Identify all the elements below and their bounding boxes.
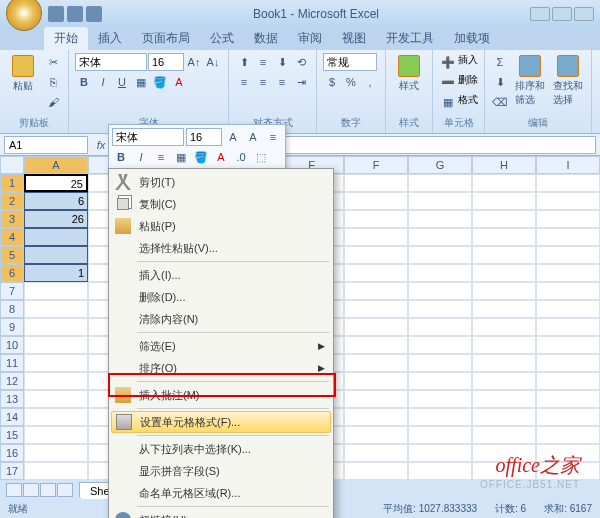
cell[interactable] [344,228,408,246]
row-header[interactable]: 16 [0,444,24,462]
mini-size-combo[interactable]: 16 [186,128,222,146]
office-button[interactable] [6,0,42,31]
context-menu-item[interactable]: 清除内容(N) [111,308,331,330]
cell[interactable] [408,462,472,480]
cell[interactable] [408,264,472,282]
cell[interactable] [536,408,600,426]
mini-font-combo[interactable]: 宋体 [112,128,184,146]
fill-color-button[interactable]: 🪣 [151,73,169,91]
cells-delete-button[interactable]: ➖ [439,73,457,91]
underline-button[interactable]: U [113,73,131,91]
cell[interactable] [472,282,536,300]
cell[interactable] [536,210,600,228]
cell[interactable] [536,300,600,318]
indent-button[interactable]: ⇥ [292,73,310,91]
fill-button[interactable]: ⬇ [491,73,509,91]
row-header[interactable]: 17 [0,462,24,480]
cell[interactable] [536,318,600,336]
sheet-nav-next[interactable] [40,483,56,497]
cell[interactable] [536,390,600,408]
cell[interactable] [472,462,536,480]
cell[interactable] [344,282,408,300]
font-size-combo[interactable]: 16 [148,53,184,71]
grow-font-button[interactable]: A↑ [185,53,203,71]
cell[interactable] [536,264,600,282]
cell[interactable] [472,300,536,318]
cell[interactable] [24,282,88,300]
currency-button[interactable]: $ [323,73,341,91]
font-name-combo[interactable]: 宋体 [75,53,147,71]
mini-italic[interactable]: I [132,148,150,166]
cell[interactable] [536,444,600,462]
cell[interactable] [24,300,88,318]
cell[interactable] [536,354,600,372]
tab-home[interactable]: 开始 [44,27,88,50]
cell[interactable] [344,426,408,444]
autosum-button[interactable]: Σ [491,53,509,71]
context-menu-item[interactable]: 从下拉列表中选择(K)... [111,438,331,460]
mini-grow-font[interactable]: A [224,128,242,146]
context-menu-item[interactable]: 排序(O)▶ [111,357,331,379]
cell[interactable] [344,264,408,282]
row-header[interactable]: 8 [0,300,24,318]
cell[interactable] [536,426,600,444]
cell[interactable] [408,246,472,264]
number-format-combo[interactable]: 常规 [323,53,377,71]
cell[interactable] [408,408,472,426]
row-header[interactable]: 1 [0,174,24,192]
mini-font-color[interactable]: A [212,148,230,166]
cell[interactable] [408,354,472,372]
find-select-button[interactable]: 查找和选择 [551,53,585,109]
cell[interactable] [408,372,472,390]
tab-insert[interactable]: 插入 [88,27,132,50]
cell[interactable] [344,372,408,390]
cell[interactable] [408,174,472,192]
cell[interactable]: 6 [24,192,88,210]
cell[interactable] [24,318,88,336]
comma-button[interactable]: , [361,73,379,91]
format-painter-button[interactable]: 🖌 [44,93,62,111]
mini-border[interactable]: ▦ [172,148,190,166]
row-header[interactable]: 3 [0,210,24,228]
clear-button[interactable]: ⌫ [491,93,509,111]
name-box[interactable]: A1 [4,136,88,154]
font-color-button[interactable]: A [170,73,188,91]
tab-data[interactable]: 数据 [244,27,288,50]
cell[interactable] [472,228,536,246]
cell[interactable] [408,426,472,444]
cell[interactable] [344,210,408,228]
cells-format-button[interactable]: ▦ [439,93,457,111]
tab-layout[interactable]: 页面布局 [132,27,200,50]
cell[interactable] [472,336,536,354]
row-header[interactable]: 15 [0,426,24,444]
cell[interactable] [344,390,408,408]
sheet-nav-first[interactable] [6,483,22,497]
cell[interactable] [408,282,472,300]
cell[interactable] [344,318,408,336]
mini-fill[interactable]: 🪣 [192,148,210,166]
cell[interactable] [472,426,536,444]
mini-style[interactable]: ≡ [264,128,282,146]
tab-view[interactable]: 视图 [332,27,376,50]
row-header[interactable]: 5 [0,246,24,264]
styles-button[interactable]: 样式 [392,53,426,95]
align-top-button[interactable]: ⬆ [235,53,253,71]
cell[interactable] [344,246,408,264]
row-header[interactable]: 14 [0,408,24,426]
tab-review[interactable]: 审阅 [288,27,332,50]
shrink-font-button[interactable]: A↓ [204,53,222,71]
cells-insert-button[interactable]: ➕ [439,53,457,71]
qat-redo-icon[interactable] [86,6,102,22]
cell[interactable] [344,462,408,480]
row-header[interactable]: 4 [0,228,24,246]
context-menu-item[interactable]: 插入(I)... [111,264,331,286]
context-menu-item[interactable]: 粘贴(P) [111,215,331,237]
sheet-nav-prev[interactable] [23,483,39,497]
context-menu-item[interactable]: 命名单元格区域(R)... [111,482,331,504]
row-header[interactable]: 13 [0,390,24,408]
context-menu-item[interactable]: 筛选(E)▶ [111,335,331,357]
cell[interactable] [536,246,600,264]
cell[interactable] [536,174,600,192]
cell[interactable] [24,408,88,426]
cell[interactable] [472,192,536,210]
